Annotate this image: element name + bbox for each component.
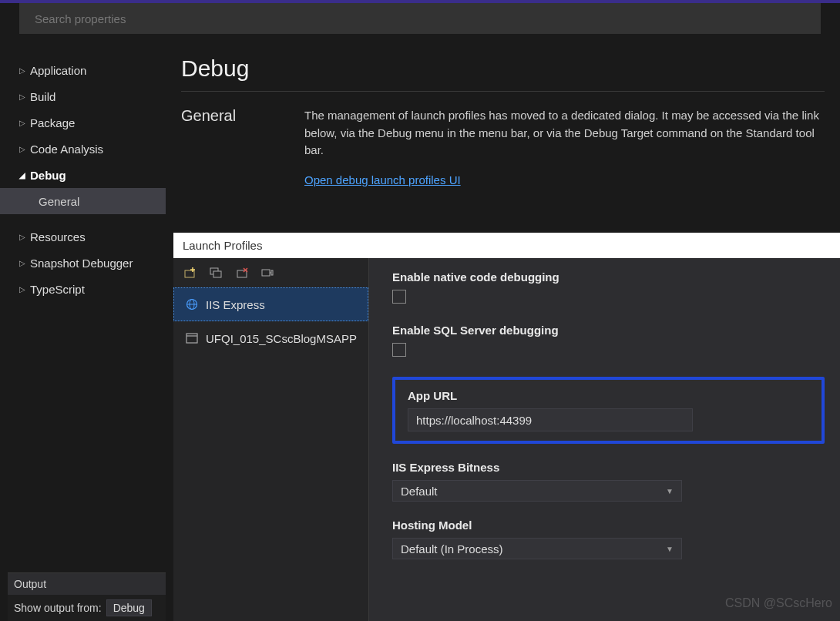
chevron-right-icon: ▷ [19,259,30,267]
sidebar-subitem-general[interactable]: General [0,188,166,214]
svg-rect-5 [271,270,273,275]
output-title: Output [8,572,166,595]
svg-rect-3 [237,270,247,277]
delete-profile-icon[interactable] [235,266,249,280]
enable-sql-checkbox[interactable] [392,343,406,357]
chevron-down-icon: ▼ [666,545,674,553]
svg-rect-10 [186,334,197,343]
section-label: General [181,107,304,189]
profile-item-app[interactable]: UFQI_015_SCscBlogMSAPP [173,321,368,355]
enable-native-label: Enable native code debugging [392,270,825,284]
page-title: Debug [181,55,825,82]
sidebar-item-debug[interactable]: ◢Debug [0,162,166,188]
profile-label: UFQI_015_SCscBlogMSAPP [206,332,357,345]
show-output-label: Show output from: [14,602,102,614]
sidebar-item-snapshot-debugger[interactable]: ▷Snapshot Debugger [0,250,166,276]
chevron-down-icon: ◢ [19,171,30,180]
rename-profile-icon[interactable] [261,266,275,280]
app-url-label: App URL [408,389,809,402]
duplicate-profile-icon[interactable] [209,266,223,280]
profile-item-iis-express[interactable]: IIS Express [173,287,368,321]
chevron-right-icon: ▷ [19,92,30,101]
profile-settings: Enable native code debugging Enable SQL … [369,258,840,621]
section-description: The management of launch profiles has mo… [304,107,825,159]
enable-native-checkbox[interactable] [392,290,406,304]
chevron-right-icon: ▷ [19,285,30,294]
chevron-right-icon: ▷ [19,233,30,241]
app-url-input[interactable] [408,408,693,431]
open-launch-profiles-link[interactable]: Open debug launch profiles UI [304,172,461,190]
hosting-label: Hosting Model [392,519,825,532]
svg-rect-4 [262,270,270,276]
sidebar-item-code-analysis[interactable]: ▷Code Analysis [0,136,166,162]
output-panel: Output Show output from: Debug [8,572,166,621]
profile-label: IIS Express [206,298,265,311]
hosting-select[interactable]: Default (In Process) ▼ [392,538,682,559]
profiles-panel: IIS Express UFQI_015_SCscBlogMSAPP [173,258,369,621]
sidebar-item-application[interactable]: ▷Application [0,57,166,83]
chevron-down-icon: ▼ [666,487,674,495]
search-placeholder: Search properties [35,12,126,25]
search-input[interactable]: Search properties [19,3,821,34]
chevron-right-icon: ▷ [19,119,30,127]
sidebar-item-typescript[interactable]: ▷TypeScript [0,276,166,302]
sidebar-item-resources[interactable]: ▷Resources [0,223,166,250]
bitness-label: IIS Express Bitness [392,461,825,474]
launch-profiles-dialog: Launch Profiles IIS Express UFQI_015_SCs… [173,233,840,621]
sidebar: ▷Application ▷Build ▷Package ▷Code Analy… [0,42,166,621]
app-url-highlight: App URL [392,377,825,444]
dialog-title: Launch Profiles [173,233,840,258]
profiles-toolbar [173,258,368,287]
new-profile-icon[interactable] [183,266,197,280]
globe-icon [186,298,198,310]
show-output-select[interactable]: Debug [106,599,152,616]
chevron-right-icon: ▷ [19,66,30,75]
window-icon [186,333,198,344]
svg-rect-2 [213,271,221,277]
bitness-select[interactable]: Default ▼ [392,480,682,502]
enable-sql-label: Enable SQL Server debugging [392,324,825,337]
chevron-right-icon: ▷ [19,145,30,153]
sidebar-item-build[interactable]: ▷Build [0,83,166,109]
sidebar-item-package[interactable]: ▷Package [0,109,166,136]
